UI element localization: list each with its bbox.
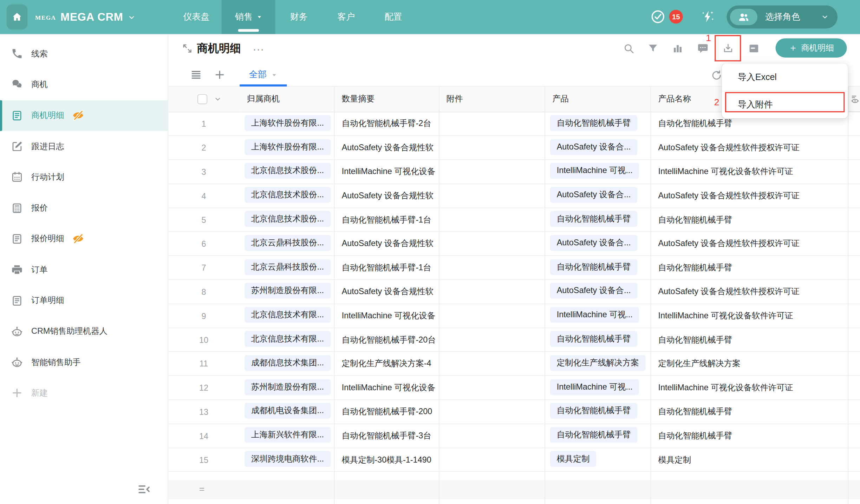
- column-header-attachment[interactable]: 附件: [439, 87, 545, 112]
- sidebar-item-orders[interactable]: 订单: [0, 254, 168, 285]
- sidebar-item-new[interactable]: 新建: [0, 378, 168, 409]
- opportunity-chip[interactable]: 北京信息技术股份...: [245, 163, 330, 179]
- column-header-opportunity[interactable]: 归属商机: [239, 87, 334, 112]
- product-chip[interactable]: AutoSafety 设备合...: [550, 187, 637, 203]
- more-options-icon[interactable]: …: [252, 39, 265, 54]
- table-row[interactable]: 6北京云鼎科技股份...AutoSafety 设备合规性软AutoSafety …: [168, 232, 860, 256]
- table-row[interactable]: 13成都机电设备集团...自动化智能机械手臂-200自动化智能机械手臂自动化智能…: [168, 400, 860, 424]
- opportunity-chip[interactable]: 上海新兴软件有限...: [245, 427, 330, 443]
- nav-item-customer[interactable]: 客户: [322, 0, 370, 34]
- opportunity-chip[interactable]: 成都信息技术集团...: [245, 355, 330, 371]
- sidebar-item-label: 线索: [31, 48, 48, 59]
- product-name-cell: AutoSafety 设备合规性软件授权许可证: [651, 239, 848, 249]
- sidebar-collapse-button[interactable]: [137, 482, 151, 497]
- opportunity-chip[interactable]: 北京信息技术有限...: [245, 307, 330, 323]
- product-chip[interactable]: AutoSafety 设备合...: [550, 235, 637, 251]
- table-row[interactable]: 12苏州制造股份有限...IntelliMachine 可视化设备Intelli…: [168, 376, 860, 400]
- add-view-icon[interactable]: [214, 69, 226, 81]
- select-all-checkbox[interactable]: [197, 94, 207, 104]
- sidebar-item-order-details[interactable]: 订单明细: [0, 285, 168, 316]
- nav-item-config[interactable]: 配置: [370, 0, 417, 34]
- product-name-cell: 自动化智能机械手臂: [651, 214, 848, 225]
- refresh-icon[interactable]: [711, 69, 722, 81]
- nav-item-finance[interactable]: 财务: [275, 0, 322, 34]
- sidebar-item-quotes[interactable]: 报价: [0, 193, 168, 224]
- comment-icon[interactable]: [697, 43, 709, 54]
- table-row[interactable]: 8苏州制造股份有限...AutoSafety 设备合规性软AutoSafety …: [168, 280, 860, 304]
- opportunity-chip[interactable]: 北京云鼎科技股份...: [245, 259, 330, 275]
- column-header-qty-summary[interactable]: 数量摘要: [334, 87, 439, 112]
- edit-icon: [11, 140, 23, 152]
- table-row[interactable]: 2上海软件股份有限...AutoSafety 设备合规性软AutoSafety …: [168, 136, 860, 160]
- opportunity-chip[interactable]: 北京信息技术股份...: [245, 211, 330, 227]
- opportunity-chip[interactable]: 苏州制造股份有限...: [245, 283, 330, 299]
- sidebar-item-label: 订单明细: [31, 296, 64, 306]
- opportunity-chip[interactable]: 苏州制造股份有限...: [245, 379, 330, 395]
- home-button[interactable]: [7, 4, 27, 29]
- table-row[interactable]: 9北京信息技术有限...IntelliMachine 可视化设备IntelliM…: [168, 304, 860, 328]
- table-row[interactable]: 11成都信息技术集团...定制化生产线解决方案-4定制化生产线解决方案定制化生产…: [168, 352, 860, 376]
- brand[interactable]: MEGA MEGA CRM: [35, 0, 135, 34]
- product-chip[interactable]: 定制化生产线解决方案: [550, 355, 646, 371]
- summary-equals: =: [199, 484, 205, 495]
- chevron-down-icon[interactable]: [214, 95, 222, 103]
- sidebar-item-smart-sales-assistant[interactable]: 智能销售助手: [0, 347, 168, 378]
- table-row[interactable]: 5北京信息技术股份...自动化智能机械手臂-1台自动化智能机械手臂自动化智能机械…: [168, 208, 860, 232]
- opportunity-chip[interactable]: 上海软件股份有限...: [245, 139, 330, 155]
- product-chip[interactable]: IntelliMachine 可视...: [550, 379, 639, 395]
- product-chip[interactable]: 自动化智能机械手臂: [550, 427, 637, 443]
- todo-check-button[interactable]: [651, 9, 666, 25]
- printer-icon: [11, 264, 23, 276]
- opportunity-chip[interactable]: 北京云鼎科技股份...: [245, 235, 330, 251]
- product-chip[interactable]: 模具定制: [550, 451, 596, 467]
- select-role-button[interactable]: 选择角色: [727, 6, 838, 29]
- search-icon[interactable]: [623, 43, 635, 54]
- doc-icon: [11, 233, 23, 245]
- sidebar-item-follow-up-log[interactable]: 跟进日志: [0, 131, 168, 162]
- inbox-box-icon[interactable]: [748, 43, 760, 54]
- tab-all[interactable]: 全部: [240, 63, 287, 87]
- product-chip[interactable]: AutoSafety 设备合...: [550, 283, 637, 299]
- table-row[interactable]: 4北京信息技术股份...AutoSafety 设备合规性软AutoSafety …: [168, 184, 860, 208]
- import-download-icon[interactable]: [722, 43, 734, 54]
- product-chip[interactable]: 自动化智能机械手臂: [550, 403, 637, 419]
- sidebar-item-action-plan[interactable]: 行动计划: [0, 162, 168, 193]
- menu-item-import-attachment[interactable]: 导入附件: [722, 91, 848, 118]
- sidebar-item-leads[interactable]: 线索: [0, 38, 168, 69]
- nav-item-dashboard[interactable]: 仪表盘: [171, 0, 222, 34]
- sidebar-item-crm-sales-assistant-bot[interactable]: CRM销售助理机器人: [0, 316, 168, 347]
- qty-summary-cell: IntelliMachine 可视化设备: [334, 167, 439, 177]
- table-row[interactable]: 7北京云鼎科技股份...自动化智能机械手臂-1台自动化智能机械手臂自动化智能机械…: [168, 256, 860, 280]
- bar-chart-icon[interactable]: [672, 43, 684, 54]
- opportunity-chip[interactable]: 成都机电设备集团...: [245, 403, 330, 419]
- sidebar-item-label: 商机: [31, 79, 48, 90]
- new-opportunity-detail-button[interactable]: ＋ 商机明细: [776, 38, 847, 58]
- product-chip[interactable]: IntelliMachine 可视...: [550, 307, 639, 323]
- product-chip[interactable]: 自动化智能机械手臂: [550, 331, 637, 347]
- product-chip[interactable]: 自动化智能机械手臂: [550, 211, 637, 227]
- table-row[interactable]: 10北京信息技术有限...自动化智能机械手臂-20台自动化智能机械手臂自动化智能…: [168, 328, 860, 352]
- filter-icon[interactable]: [647, 43, 659, 54]
- field-config-cell[interactable]: [848, 87, 860, 112]
- sidebar-item-quote-details[interactable]: 报价明细: [0, 224, 168, 254]
- menu-item-import-excel[interactable]: 导入Excel: [722, 64, 848, 91]
- product-chip[interactable]: IntelliMachine 可视...: [550, 163, 639, 179]
- opportunity-chip[interactable]: 上海软件股份有限...: [245, 115, 330, 131]
- product-chip[interactable]: AutoSafety 设备合...: [550, 139, 637, 155]
- view-list-icon[interactable]: [190, 69, 202, 81]
- table-row[interactable]: 3北京信息技术股份...IntelliMachine 可视化设备IntelliM…: [168, 160, 860, 184]
- product-chip[interactable]: 自动化智能机械手臂: [550, 115, 637, 131]
- expand-diagonal-icon[interactable]: [182, 43, 193, 54]
- sidebar-item-opportunity-details[interactable]: 商机明细: [0, 100, 168, 131]
- row-number: 1: [168, 119, 239, 128]
- ai-sparkle-button[interactable]: [701, 9, 715, 24]
- opportunity-chip[interactable]: 北京信息技术股份...: [245, 187, 330, 203]
- nav-item-sales[interactable]: 销售: [222, 0, 275, 34]
- table-row[interactable]: 15深圳跨境电商软件...模具定制-30模具-1-1490模具定制模具定制: [168, 448, 860, 472]
- opportunity-chip[interactable]: 北京信息技术有限...: [245, 331, 330, 347]
- sidebar-item-opportunities[interactable]: 商机: [0, 69, 168, 100]
- opportunity-chip[interactable]: 深圳跨境电商软件...: [245, 451, 330, 467]
- product-chip[interactable]: 自动化智能机械手臂: [550, 259, 637, 275]
- table-row[interactable]: 14上海新兴软件有限...自动化智能机械手臂-3台自动化智能机械手臂自动化智能机…: [168, 424, 860, 447]
- column-header-product[interactable]: 产品: [545, 87, 650, 112]
